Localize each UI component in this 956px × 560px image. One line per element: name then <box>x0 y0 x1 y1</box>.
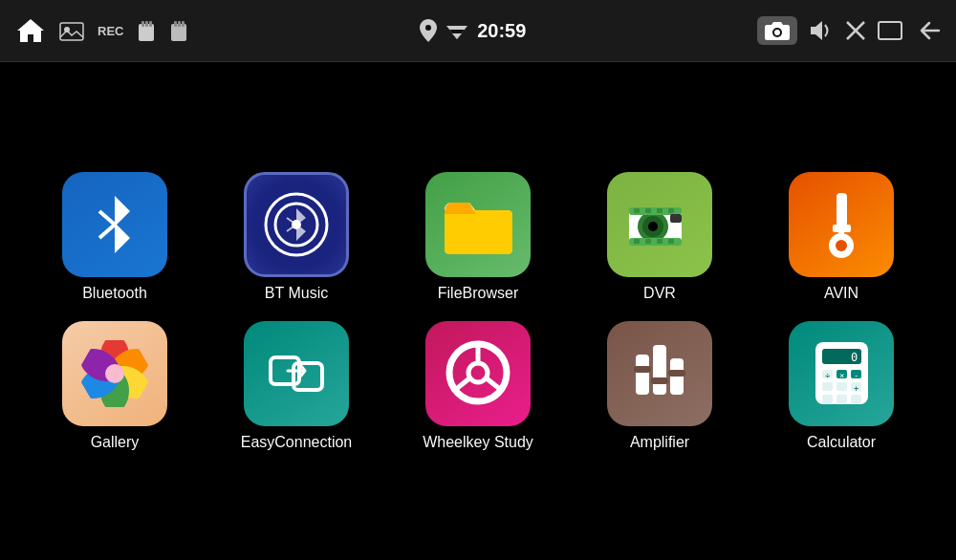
svg-rect-75 <box>822 395 833 403</box>
svg-marker-13 <box>452 33 462 39</box>
app-item-amplifier[interactable]: Amplifier <box>583 321 736 451</box>
avin-icon <box>789 172 894 277</box>
svg-rect-60 <box>636 355 649 395</box>
bluetooth-icon <box>62 172 167 277</box>
svg-rect-77 <box>851 395 861 403</box>
svg-rect-33 <box>668 208 674 213</box>
svg-rect-35 <box>634 239 640 244</box>
svg-rect-44 <box>838 231 844 239</box>
svg-point-52 <box>105 364 124 383</box>
svg-text:×: × <box>839 371 844 380</box>
svg-rect-32 <box>657 208 663 213</box>
home-icon[interactable] <box>15 15 46 46</box>
svg-rect-24 <box>445 210 512 254</box>
app-item-filebrowser[interactable]: FileBrowser <box>402 172 554 302</box>
svg-rect-5 <box>149 21 152 27</box>
dvr-icon <box>607 172 712 277</box>
app-item-calculator[interactable]: 0 ÷ × - <box>765 321 918 451</box>
gallery-icon <box>62 321 167 426</box>
avin-label: AVIN <box>824 285 858 302</box>
svg-rect-37 <box>657 239 663 244</box>
amplifier-icon <box>607 321 712 426</box>
calculator-icon: 0 ÷ × - <box>789 321 894 426</box>
topbar-left: REC <box>15 15 188 46</box>
app-item-easyconnection[interactable]: EasyConnection <box>220 321 373 451</box>
svg-rect-19 <box>879 22 902 39</box>
svg-rect-39 <box>670 214 682 223</box>
svg-rect-40 <box>836 193 847 226</box>
svg-rect-63 <box>634 366 651 373</box>
svg-line-59 <box>487 378 501 390</box>
dvr-label: DVR <box>643 285 676 302</box>
app-item-wheelkey[interactable]: Wheelkey Study <box>402 321 554 451</box>
wifi-icon <box>446 22 467 39</box>
svg-text:0: 0 <box>851 351 858 364</box>
svg-rect-61 <box>653 345 666 395</box>
sd-card-1-icon <box>137 20 156 41</box>
btmusic-icon <box>244 172 349 277</box>
time-display: 20:59 <box>477 20 526 42</box>
svg-text:÷: ÷ <box>825 371 831 380</box>
back-icon[interactable] <box>914 19 941 42</box>
svg-marker-16 <box>811 21 822 40</box>
wheelkey-label: Wheelkey Study <box>423 434 533 451</box>
app-item-dvr[interactable]: DVR <box>583 172 736 302</box>
svg-rect-41 <box>833 225 851 232</box>
bluetooth-label: Bluetooth <box>82 285 147 302</box>
svg-rect-31 <box>645 208 651 213</box>
svg-rect-64 <box>651 377 668 384</box>
svg-point-28 <box>648 222 658 231</box>
amplifier-label: Amplifier <box>630 434 689 451</box>
svg-rect-73 <box>836 382 847 391</box>
close-icon[interactable] <box>845 20 866 41</box>
svg-line-58 <box>455 378 469 390</box>
app-item-btmusic[interactable]: BT Music <box>220 172 373 302</box>
volume-icon[interactable] <box>809 20 834 41</box>
svg-rect-7 <box>174 21 177 27</box>
svg-rect-65 <box>668 370 685 377</box>
svg-rect-8 <box>178 21 181 27</box>
rec-icon: REC <box>98 24 123 38</box>
svg-rect-72 <box>822 382 833 391</box>
app-grid: Bluetooth BT Music <box>38 172 918 451</box>
camera-icon[interactable] <box>757 16 797 45</box>
svg-point-43 <box>836 240 847 251</box>
svg-text:-: - <box>854 371 858 380</box>
filebrowser-label: FileBrowser <box>438 285 518 302</box>
svg-rect-36 <box>645 239 651 244</box>
topbar-gallery-icon[interactable] <box>59 20 84 41</box>
svg-rect-3 <box>141 21 144 27</box>
location-icon <box>420 19 437 42</box>
wheelkey-icon <box>425 321 531 426</box>
svg-point-15 <box>774 30 780 35</box>
topbar-center: 20:59 <box>420 19 526 42</box>
app-item-bluetooth[interactable]: Bluetooth <box>38 172 191 302</box>
svg-rect-38 <box>668 239 674 244</box>
svg-rect-4 <box>145 21 148 27</box>
svg-rect-9 <box>182 21 185 27</box>
app-item-avin[interactable]: AVIN <box>765 172 918 302</box>
svg-text:+: + <box>854 383 859 393</box>
svg-point-10 <box>425 25 431 31</box>
calculator-label: Calculator <box>807 434 876 451</box>
app-grid-container: Bluetooth BT Music <box>0 62 956 560</box>
easyconnection-icon <box>244 321 349 426</box>
easyconnection-label: EasyConnection <box>241 434 353 451</box>
svg-rect-76 <box>836 395 847 403</box>
topbar-right <box>757 16 941 45</box>
topbar: REC <box>0 0 956 62</box>
svg-rect-0 <box>60 23 83 40</box>
screen-icon[interactable] <box>878 21 902 40</box>
filebrowser-icon <box>425 172 531 277</box>
sd-card-2-icon <box>169 20 188 41</box>
svg-point-56 <box>468 363 488 382</box>
gallery-label: Gallery <box>91 434 140 451</box>
app-item-gallery[interactable]: Gallery <box>38 321 191 451</box>
svg-rect-30 <box>634 208 640 213</box>
btmusic-label: BT Music <box>265 285 328 302</box>
